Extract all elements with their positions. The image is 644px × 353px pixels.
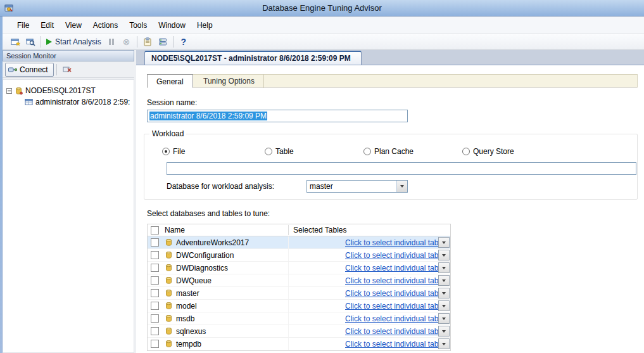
radio-file-label: File [173, 147, 185, 156]
name-column-header[interactable]: Name [165, 226, 185, 234]
table-row-tempdb: tempdb Click to select individual tables [148, 338, 450, 350]
window-title: Database Engine Tuning Advisor [0, 3, 644, 13]
session-node-label[interactable]: administrator 8/6/2018 2:59: [35, 98, 130, 106]
new-session-icon [11, 37, 20, 46]
menu-help[interactable]: Help [191, 17, 218, 33]
session-name-label: Session name: [147, 98, 197, 107]
select-tables-link[interactable]: Click to select individual tables [345, 238, 448, 247]
select-all-checkbox[interactable] [151, 226, 159, 234]
select-tables-link[interactable]: Click to select individual tables [345, 289, 448, 298]
document-area: NODE5\SQL2017ST - administrator 8/6/2018… [136, 50, 644, 353]
database-name: sqlnexus [176, 327, 206, 336]
session-node-icon [25, 98, 33, 106]
session-tree: NODE5\SQL2017ST administrator 8/6/2018 2… [3, 79, 134, 353]
workload-file-input[interactable] [167, 162, 636, 175]
row-checkbox[interactable] [151, 340, 159, 348]
database-name: AdventureWorks2017 [176, 238, 249, 247]
select-tables-link[interactable]: Click to select individual tables [345, 251, 448, 260]
table-row-adventureworks2017: AdventureWorks2017 Click to select indiv… [148, 236, 450, 249]
workload-legend: Workload [149, 129, 186, 138]
tables-dropdown-button[interactable] [438, 288, 450, 298]
toolbar-separator [41, 36, 41, 48]
row-checkbox[interactable] [151, 302, 159, 310]
select-tables-link[interactable]: Click to select individual tables [345, 327, 448, 336]
tables-dropdown-button[interactable] [438, 300, 450, 311]
tables-dropdown-button[interactable] [438, 338, 450, 349]
server-button[interactable] [155, 35, 170, 49]
row-checkbox[interactable] [151, 238, 159, 247]
menu-window[interactable]: Window [153, 17, 191, 33]
workload-radio-table[interactable]: Table [265, 147, 294, 156]
toolbar-separator [173, 36, 174, 48]
server-node-label[interactable]: NODE5\SQL2017ST [25, 86, 96, 95]
radio-query-store-label: Query Store [473, 147, 514, 156]
menu-view[interactable]: View [60, 17, 87, 33]
table-row-sqlnexus: sqlnexus Click to select individual tabl… [148, 325, 450, 338]
select-tables-link[interactable]: Click to select individual tables [345, 264, 448, 273]
tab-tuning-options[interactable]: Tuning Options [194, 74, 264, 88]
menu-actions[interactable]: Actions [87, 17, 123, 33]
select-tables-link[interactable]: Click to select individual tables [345, 314, 448, 323]
apply-recommendations-button[interactable] [140, 35, 155, 49]
connect-label: Connect [20, 65, 48, 74]
table-row-dwqueue: DWQueue Click to select individual table… [148, 274, 450, 287]
tables-dropdown-button[interactable] [438, 313, 450, 324]
database-name: DWQueue [176, 276, 212, 285]
select-tables-link[interactable]: Click to select individual tables [345, 302, 448, 311]
workload-db-combo[interactable]: master [306, 180, 408, 193]
open-session-icon [26, 37, 35, 46]
table-row-msdb: msdb Click to select individual tables [148, 312, 450, 325]
selected-tables-column-header[interactable]: Selected Tables [293, 226, 347, 234]
database-icon [165, 289, 173, 297]
row-checkbox[interactable] [151, 289, 159, 297]
select-tables-link[interactable]: Click to select individual tables [345, 340, 448, 349]
new-session-button[interactable] [8, 35, 23, 49]
select-tables-link[interactable]: Click to select individual tables [345, 276, 448, 285]
table-header-row: Name Selected Tables [148, 224, 450, 236]
tree-item-session[interactable]: administrator 8/6/2018 2:59: [3, 96, 134, 108]
stop-analysis-button[interactable]: ⊗ [119, 35, 134, 49]
radio-selected-icon [162, 148, 170, 155]
connect-button[interactable]: Connect [5, 63, 54, 77]
window-frame-left [0, 16, 3, 353]
workload-db-label: Database for workload analysis: [167, 182, 274, 191]
session-name-value: administrator 8/6/2018 2:59:09 PM [149, 112, 267, 120]
start-analysis-button[interactable]: Start Analysis [44, 35, 104, 49]
tree-item-server[interactable]: NODE5\SQL2017ST [3, 85, 134, 96]
document-tab[interactable]: NODE5\SQL2017ST - administrator 8/6/2018… [144, 51, 362, 65]
menu-file[interactable]: File [11, 17, 35, 33]
close-session-button[interactable] [60, 63, 75, 77]
open-session-button[interactable] [23, 35, 38, 49]
workload-radio-query-store[interactable]: Query Store [462, 147, 514, 156]
tables-dropdown-button[interactable] [438, 250, 450, 260]
tables-dropdown-button[interactable] [438, 262, 450, 273]
subtab-strip: General Tuning Options [147, 74, 638, 87]
database-icon [165, 264, 173, 272]
row-checkbox[interactable] [151, 251, 159, 259]
row-checkbox[interactable] [151, 314, 159, 323]
row-checkbox[interactable] [151, 276, 159, 285]
session-name-input[interactable]: administrator 8/6/2018 2:59:09 PM [147, 110, 408, 122]
menu-tools[interactable]: Tools [123, 17, 153, 33]
tables-dropdown-button[interactable] [438, 237, 450, 248]
toolbar-separator [137, 36, 137, 48]
dropdown-arrow-button[interactable] [396, 181, 407, 192]
apply-recommendations-icon [143, 37, 152, 46]
tables-dropdown-button[interactable] [438, 275, 450, 286]
start-analysis-label: Start Analysis [55, 37, 101, 46]
main-toolbar: Start Analysis ⊗ ? [3, 34, 644, 50]
tab-general[interactable]: General [147, 74, 193, 88]
workload-radio-plan-cache[interactable]: Plan Cache [363, 147, 414, 156]
title-bar[interactable]: Database Engine Tuning Advisor [0, 0, 644, 16]
database-icon [165, 302, 173, 310]
database-icon [165, 238, 173, 247]
session-monitor-header: Session Monitor [3, 50, 134, 61]
row-checkbox[interactable] [151, 264, 159, 272]
pause-analysis-button[interactable] [104, 35, 119, 49]
help-button[interactable]: ? [176, 35, 191, 49]
tree-collapse-toggle[interactable] [6, 88, 12, 94]
tables-dropdown-button[interactable] [438, 326, 450, 337]
workload-radio-file[interactable]: File [162, 147, 185, 156]
menu-edit[interactable]: Edit [35, 17, 60, 33]
row-checkbox[interactable] [151, 327, 159, 335]
